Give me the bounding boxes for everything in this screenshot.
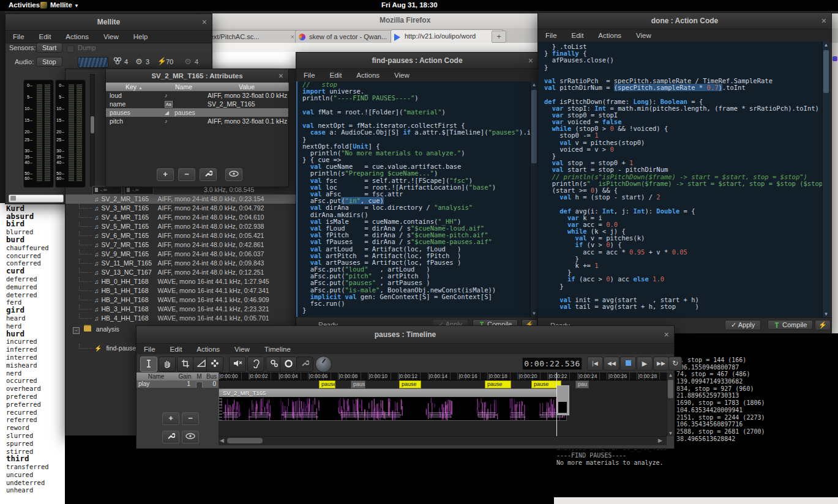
- expander-icon[interactable]: -: [73, 327, 80, 334]
- tree-row[interactable]: ♫HB_3_HH_T168WAVE, mono 16-int 44.1 kHz,…: [65, 305, 301, 314]
- tree-row[interactable]: ♫SV_2_MR_T165AIFF, mono 24-int 48.0 kHz,…: [65, 195, 301, 204]
- track-bus[interactable]: 0: [204, 380, 216, 388]
- gain-mini-slider[interactable]: -.∞: [124, 186, 154, 195]
- track-row-play[interactable]: play 1 0: [137, 380, 219, 388]
- menu-file[interactable]: File: [538, 32, 564, 39]
- mellite-titlebar[interactable]: Mellite ×: [6, 14, 212, 31]
- menu-view[interactable]: View: [387, 72, 417, 79]
- tree-row[interactable]: ♫SV_11_MR_T165AIFF, mono 24-int 48.0 kHz…: [65, 259, 301, 268]
- add-track-button[interactable]: +: [162, 412, 179, 425]
- stop-button[interactable]: [620, 357, 636, 371]
- menu-view[interactable]: View: [227, 346, 257, 353]
- tree-row[interactable]: ♫HB_1_HH_T168WAVE, mono 16-int 44.1 kHz,…: [65, 286, 301, 295]
- compile-button[interactable]: Compile: [768, 320, 813, 330]
- menu-view[interactable]: View: [629, 32, 659, 39]
- main-fader[interactable]: [9, 195, 64, 202]
- tree-row[interactable]: ♫SV_3_MR_T165AIFF, mono 24-int 48.0 kHz,…: [65, 204, 301, 213]
- patch-tool-button[interactable]: [206, 357, 223, 372]
- column-mute[interactable]: M: [194, 372, 205, 380]
- play-button[interactable]: ▶: [637, 357, 653, 371]
- pause-region[interactable]: pau: [575, 380, 589, 388]
- close-icon[interactable]: ×: [279, 69, 283, 83]
- menu-actions[interactable]: Actions: [58, 33, 96, 40]
- view-eye-button[interactable]: [225, 168, 242, 181]
- menu-timeline[interactable]: Timeline: [257, 346, 298, 353]
- cursor-tool-button[interactable]: [140, 357, 157, 372]
- dump-checkbox[interactable]: [67, 45, 74, 53]
- pause-region[interactable]: pause: [319, 380, 335, 388]
- tree-row[interactable]: ♫SV_9_MR_T165AIFF, mono 24-int 48.0 kHz,…: [65, 250, 301, 259]
- pause-region[interactable]: paus: [351, 380, 365, 388]
- close-icon[interactable]: ×: [202, 14, 207, 30]
- pause-region[interactable]: pause: [485, 380, 511, 388]
- playhead[interactable]: [556, 372, 557, 436]
- timeline-vscrollbar[interactable]: ▲ ▼: [667, 372, 675, 436]
- rewind-button[interactable]: ◀◀: [604, 357, 619, 371]
- fast-forward-button[interactable]: ▶▶: [653, 357, 669, 371]
- attribute-row[interactable]: nameAaSV_2_MR_T165: [106, 100, 288, 108]
- close-icon[interactable]: ×: [821, 13, 826, 29]
- close-icon[interactable]: ×: [528, 53, 533, 69]
- menu-file[interactable]: File: [296, 72, 323, 79]
- find-pauses-titlebar[interactable]: find-pauses : Action Code ×: [296, 53, 538, 69]
- audio-level-widget[interactable]: [78, 57, 108, 68]
- activities-button[interactable]: Activities: [9, 1, 40, 9]
- scroll-left-icon[interactable]: ◀: [220, 437, 224, 443]
- close-icon[interactable]: ×: [664, 326, 669, 343]
- app-menu[interactable]: Mellite ▼: [40, 1, 79, 9]
- code-editor[interactable]: } .toList} finally { afPauses.close()} v…: [538, 42, 828, 319]
- tree-row[interactable]: ♫SV_7_MR_T165AIFF, mono 24-int 48.0 kHz,…: [65, 240, 301, 250]
- track-gain[interactable]: 1: [176, 380, 190, 388]
- tree-row[interactable]: ♫SV_13_NC_T167AIFF, mono 24-int 48.0 kHz…: [65, 268, 301, 277]
- timeline-hscrollbar[interactable]: ◀ ▶: [219, 436, 667, 445]
- tab-oulipo-word[interactable]: http://v21.io/oulipo/word ×: [391, 29, 503, 43]
- menu-edit[interactable]: Edit: [163, 346, 190, 353]
- sensors-start-button[interactable]: Start: [36, 43, 62, 53]
- selection-fragment[interactable]: [556, 385, 569, 415]
- attribute-row[interactable]: loud♪AIFF, mono 32-float 0.0 kHz, 0:...: [106, 91, 288, 100]
- record-circle-button[interactable]: [280, 357, 297, 372]
- done-titlebar[interactable]: done : Action Code ×: [538, 13, 831, 29]
- column-value[interactable]: Value: [205, 83, 289, 91]
- menu-file[interactable]: File: [137, 346, 163, 353]
- region-titlebar[interactable]: SV_2_MR_T165: [219, 389, 566, 397]
- region-left-handle[interactable]: [219, 389, 222, 420]
- menu-edit[interactable]: Edit: [323, 72, 350, 79]
- pause-region[interactable]: pause: [399, 380, 421, 388]
- tab-qwant[interactable]: skew of a vector - Qwan... ×: [295, 30, 403, 43]
- attributes-titlebar[interactable]: SV_2_MR_T165 : Attributes ×: [106, 69, 288, 83]
- scrollbar-handle[interactable]: [91, 116, 94, 133]
- view-eye-button[interactable]: [182, 431, 199, 443]
- clock[interactable]: Fri Aug 31, 18:30: [381, 1, 438, 9]
- gain-knob[interactable]: [315, 356, 332, 372]
- column-key[interactable]: Key ▲: [106, 83, 163, 91]
- wrench-button[interactable]: [162, 431, 179, 443]
- edit-wrench-button[interactable]: [200, 168, 217, 181]
- tree-row[interactable]: ♫HB_0_HH_T168WAVE, mono 16-int 44.1 kHz,…: [65, 277, 301, 286]
- column-name[interactable]: Name: [162, 83, 206, 91]
- gain-mini-slider[interactable]: -.∞: [92, 186, 122, 195]
- flash-button[interactable]: ⚡: [815, 320, 831, 330]
- remove-track-button[interactable]: −: [182, 412, 199, 425]
- loop-button[interactable]: ↻: [668, 357, 682, 371]
- hand-tool-button[interactable]: [159, 357, 176, 372]
- column-gain[interactable]: Gain: [176, 372, 195, 380]
- remove-attr-button[interactable]: −: [178, 168, 195, 181]
- timeline-titlebar[interactable]: pauses : Timeline ×: [137, 326, 674, 344]
- menu-actions[interactable]: Actions: [189, 346, 227, 353]
- new-tab-button[interactable]: +: [492, 31, 506, 43]
- column-bus[interactable]: Bus: [204, 372, 219, 380]
- tree-row[interactable]: ♫SV_4_MR_T165AIFF, mono 24-int 48.0 kHz,…: [65, 213, 301, 222]
- code-editor[interactable]: // stopimport universe._println("----FIN…: [296, 81, 536, 317]
- add-attr-button[interactable]: +: [157, 168, 174, 181]
- column-name[interactable]: Name: [137, 372, 176, 380]
- tree-row[interactable]: ♫SV_5_MR_T165AIFF, mono 24-int 48.0 kHz,…: [65, 222, 301, 231]
- audio-region[interactable]: SV_2_MR_T165: [219, 388, 567, 421]
- hscroll-handle[interactable]: [227, 438, 263, 443]
- scroll-right-icon[interactable]: ▶: [658, 437, 662, 443]
- tree-row[interactable]: ♫HB_2_HH_T168WAVE, mono 16-int 44.1 kHz,…: [65, 295, 301, 305]
- wrench-button[interactable]: [296, 357, 313, 372]
- attribute-row[interactable]: pitch♪AIFF, mono 32-float 0.1 kHz, 0...: [106, 117, 288, 125]
- menu-edit[interactable]: Edit: [564, 32, 591, 39]
- tab-close-icon[interactable]: ×: [291, 31, 294, 43]
